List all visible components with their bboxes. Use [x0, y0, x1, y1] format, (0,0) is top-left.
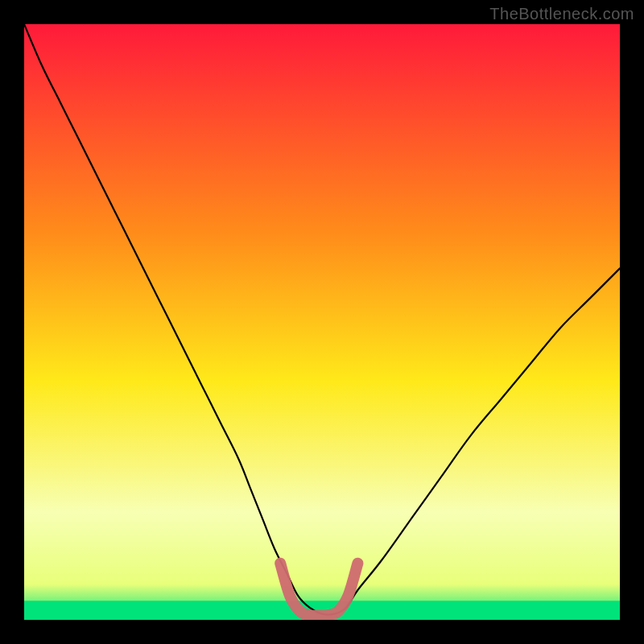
- chart-svg: [24, 24, 620, 620]
- gradient-background: [24, 24, 620, 620]
- plot-area: [24, 24, 620, 620]
- chart-frame: TheBottleneck.com: [0, 0, 644, 644]
- watermark-text: TheBottleneck.com: [489, 5, 634, 23]
